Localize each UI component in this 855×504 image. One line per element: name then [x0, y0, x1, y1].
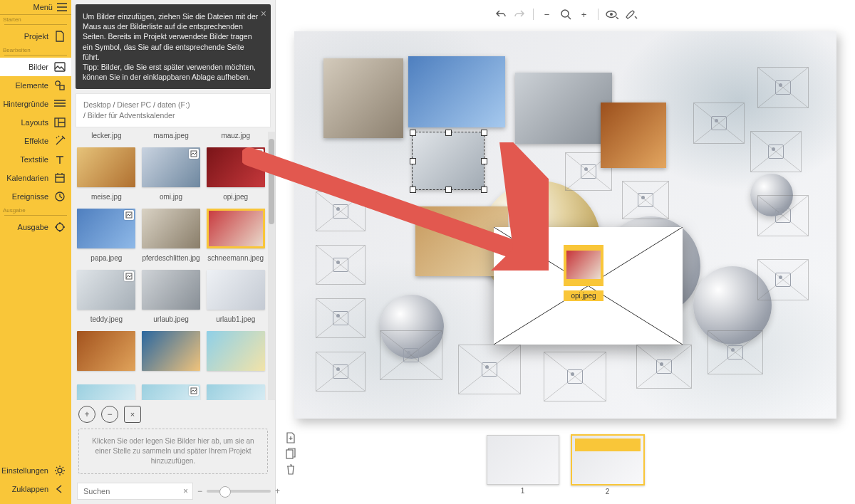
drag-ghost-label: opi.jpeg: [564, 290, 603, 301]
redo-button[interactable]: [512, 6, 527, 22]
nav-zuklappen[interactable]: Zuklappen: [0, 480, 71, 498]
page-thumb-1[interactable]: 1: [487, 435, 559, 495]
view-menu[interactable]: [604, 6, 620, 22]
nav-layouts[interactable]: Layouts: [0, 113, 71, 132]
resize-handle[interactable]: [481, 130, 487, 136]
thumb-image[interactable]: [77, 384, 135, 400]
thumb-urlaub.jpeg[interactable]: [142, 331, 200, 371]
thumbnail-grid: lecker.jpgmama.jpegmauz.jpgmeise.jpgomi.…: [71, 132, 268, 400]
thumb-omi.jpg[interactable]: [142, 209, 200, 248]
image-icon: [333, 364, 348, 379]
layout-icon: [54, 117, 66, 128]
thumb-name: urlaub.jpeg: [153, 315, 188, 323]
zoom-fit-button[interactable]: [558, 6, 574, 22]
thumb-papa.jpeg[interactable]: [77, 270, 135, 310]
image-placeholder[interactable]: [708, 330, 763, 374]
undo-button[interactable]: [493, 6, 509, 22]
image-placeholder[interactable]: [622, 181, 669, 219]
group-label-start: Starten: [0, 15, 71, 23]
nav-hintergruende[interactable]: Hintergründe: [0, 95, 71, 113]
image-icon: [581, 164, 596, 179]
thumb-size-slider[interactable]: [207, 490, 271, 493]
placed-photo-meise[interactable]: [408, 56, 505, 127]
clear-search-icon[interactable]: ×: [183, 486, 188, 496]
image-placeholder[interactable]: [380, 330, 442, 380]
nav-einstellungen[interactable]: Einstellungen: [0, 461, 71, 480]
image-placeholder[interactable]: [757, 195, 809, 236]
resize-handle[interactable]: [445, 130, 452, 136]
thumb-mama.jpeg[interactable]: [142, 147, 200, 187]
thumb-lecker.jpg[interactable]: [77, 147, 135, 187]
image-placeholder[interactable]: [636, 345, 692, 389]
resize-handle[interactable]: [410, 130, 416, 136]
nav-elemente[interactable]: Elemente: [0, 76, 71, 95]
placed-photo-omi[interactable]: [323, 58, 403, 138]
nav-kalendarien[interactable]: Kalendarien: [0, 169, 71, 187]
resize-handle[interactable]: [481, 187, 487, 193]
image-placeholder[interactable]: [316, 352, 366, 392]
elements-icon: [54, 80, 66, 91]
placed-photo-pferdeschlitten[interactable]: [515, 73, 612, 144]
svg-point-7: [58, 468, 62, 473]
page-thumb-2[interactable]: 2: [571, 434, 645, 495]
nav-ausgabe[interactable]: Ausgabe: [0, 218, 71, 236]
nav-effekte[interactable]: Effekte: [0, 132, 71, 150]
image-placeholder[interactable]: [316, 245, 366, 285]
thumb-pferdeschlitten.jpg[interactable]: [142, 270, 200, 310]
dropzone[interactable]: Klicken Sie oder legen Sie Bilder hier a…: [78, 429, 268, 474]
nav-bilder[interactable]: Bilder: [0, 58, 71, 76]
search-input[interactable]: [82, 486, 183, 496]
image-placeholder[interactable]: [750, 131, 802, 172]
crumb-pc[interactable]: Dieser PC: [117, 100, 151, 109]
nav-textstile[interactable]: Textstile: [0, 150, 71, 169]
thumb-urlaub1.jpeg[interactable]: [207, 331, 265, 371]
image-placeholder[interactable]: [544, 352, 606, 401]
image-icon: [638, 193, 653, 207]
resize-handle[interactable]: [410, 158, 416, 164]
zoom-out-button[interactable]: −: [539, 6, 555, 22]
events-icon: [54, 191, 66, 202]
thumb-meise.jpg[interactable]: [77, 209, 135, 248]
thumb-name: opi.jpeg: [223, 193, 248, 201]
background-icon: [54, 98, 66, 110]
image-placeholder[interactable]: [316, 191, 366, 231]
clear-button[interactable]: ×: [124, 406, 141, 423]
zoom-in-button[interactable]: +: [576, 6, 592, 22]
close-icon[interactable]: ×: [261, 7, 266, 21]
canvas[interactable]: opi.jpeg: [294, 31, 836, 419]
image-placeholder[interactable]: [458, 345, 521, 394]
placed-photo-papa[interactable]: [413, 132, 484, 189]
menu-button[interactable]: Menü: [0, 0, 71, 15]
thumb-image[interactable]: [207, 384, 265, 400]
image-icon: [775, 80, 791, 95]
scrollbar[interactable]: [268, 132, 275, 400]
image-placeholder[interactable]: [693, 103, 745, 144]
thumb-opi.jpeg[interactable]: [207, 209, 265, 248]
placed-photo-teddy[interactable]: [601, 103, 666, 168]
thumb-image[interactable]: [142, 384, 200, 400]
svg-point-15: [610, 13, 613, 16]
resize-handle[interactable]: [410, 187, 416, 193]
add-button[interactable]: +: [78, 406, 95, 423]
delete-page-button[interactable]: [284, 463, 297, 476]
thumb-mauz.jpg[interactable]: [207, 147, 265, 187]
remove-button[interactable]: −: [101, 406, 118, 423]
image-placeholder[interactable]: [757, 259, 809, 300]
thumb-schneemann.jpeg[interactable]: [207, 270, 265, 310]
crumb-folder[interactable]: Bilder für Adventskalender: [88, 111, 175, 120]
tools-menu[interactable]: [623, 6, 638, 22]
duplicate-page-button[interactable]: [284, 447, 297, 460]
add-page-button[interactable]: [284, 431, 297, 444]
crumb-drive[interactable]: daten (F:): [157, 100, 190, 109]
canvas-area: − + opi.jpeg 1 2: [276, 0, 855, 504]
thumb-teddy.jpeg[interactable]: [77, 331, 135, 371]
image-placeholder[interactable]: [757, 67, 809, 108]
crumb-desktop[interactable]: Desktop: [83, 100, 111, 109]
resize-handle[interactable]: [445, 187, 452, 193]
nav-ereignisse[interactable]: Ereignisse: [0, 187, 71, 206]
nav-projekt[interactable]: Projekt: [0, 27, 71, 46]
image-placeholder[interactable]: [316, 298, 366, 338]
resize-handle[interactable]: [481, 158, 487, 164]
thumb-name: schneemann.jpeg: [207, 254, 264, 262]
zoom-out-icon[interactable]: −: [197, 486, 202, 496]
